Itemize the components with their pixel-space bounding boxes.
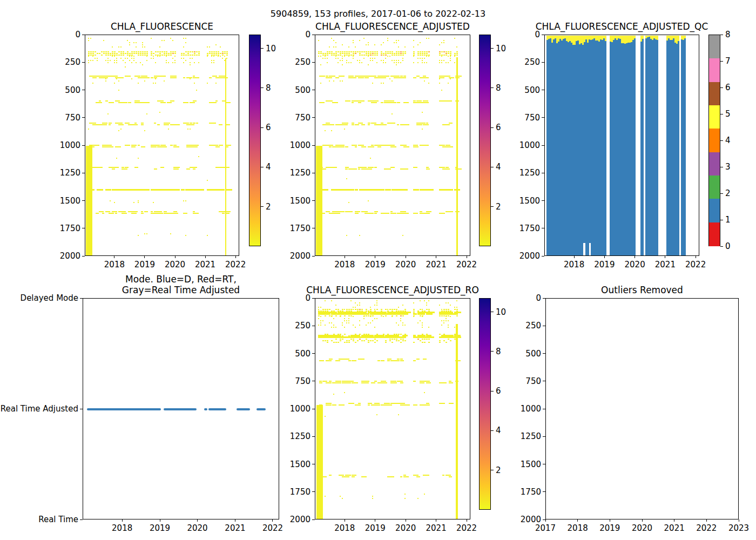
mark	[190, 55, 191, 56]
mark	[215, 83, 217, 84]
x-tick-label: 2018	[112, 523, 132, 533]
y-tick-mark	[312, 228, 315, 228]
mark	[428, 339, 430, 340]
mark	[226, 51, 228, 52]
mark	[417, 62, 418, 63]
mark	[368, 64, 369, 65]
x-tick-label: 2021	[655, 260, 676, 269]
mark	[112, 102, 114, 103]
mark	[392, 80, 393, 82]
mark	[170, 53, 172, 54]
mark	[426, 213, 430, 214]
mark	[392, 339, 393, 340]
mark	[400, 51, 402, 52]
mark	[376, 300, 377, 301]
mark	[331, 322, 332, 323]
mark	[366, 51, 367, 52]
mark	[370, 51, 372, 52]
x-tick-mark	[545, 519, 546, 522]
mark	[359, 55, 361, 56]
y-tick-mark	[80, 409, 83, 409]
x-tick-label: 2023	[728, 523, 749, 533]
colorbar-tick-mark	[261, 87, 264, 88]
mark	[92, 51, 94, 52]
mark	[327, 340, 328, 341]
y-tick-label: 1000	[224, 140, 310, 150]
mark	[368, 315, 369, 316]
mark	[333, 318, 334, 319]
mark	[112, 168, 115, 170]
mark	[190, 145, 193, 146]
mark	[398, 325, 399, 326]
mark	[443, 60, 444, 61]
mark	[396, 339, 397, 340]
mark	[423, 100, 428, 102]
mark	[142, 53, 144, 54]
mark	[326, 404, 332, 406]
mark	[383, 53, 384, 54]
mark	[211, 53, 213, 54]
y-tick-mark	[312, 409, 315, 409]
mark	[159, 51, 161, 52]
mark	[318, 318, 319, 319]
mark	[181, 55, 183, 56]
mark	[345, 476, 349, 477]
mark	[348, 315, 350, 316]
mark	[441, 320, 442, 321]
mark	[424, 339, 426, 340]
qc5-cap	[678, 36, 679, 41]
mark	[346, 340, 348, 341]
mark	[338, 58, 339, 59]
mark	[133, 42, 134, 43]
mark	[394, 42, 395, 43]
mark	[443, 340, 445, 341]
mark	[116, 158, 117, 159]
mark	[422, 327, 423, 328]
mark	[370, 316, 371, 317]
mark	[400, 381, 403, 382]
mark	[359, 53, 361, 54]
mark	[322, 55, 324, 56]
mark	[325, 53, 326, 54]
mark	[164, 55, 165, 56]
mark	[368, 123, 370, 124]
mark	[144, 55, 146, 56]
mark	[396, 315, 397, 316]
mark	[215, 51, 217, 52]
mark	[105, 55, 107, 56]
mark	[456, 55, 458, 56]
mark	[120, 58, 122, 59]
colorbar-tick-mark	[491, 48, 494, 49]
mark	[355, 146, 357, 147]
subplot-title-mode: Mode. Blue=D, Red=RT, Gray=Real Time Adj…	[122, 274, 240, 295]
mark	[138, 51, 139, 52]
y-tick-mark	[543, 353, 545, 354]
mark	[329, 100, 333, 102]
mark	[374, 339, 376, 340]
mark	[322, 340, 324, 341]
colorbar-segment	[709, 58, 720, 83]
mark	[329, 145, 333, 146]
mark	[368, 200, 369, 201]
mark	[155, 55, 157, 56]
mark	[331, 38, 332, 39]
mark	[359, 40, 360, 41]
mark	[326, 211, 330, 212]
mark	[420, 100, 422, 102]
mark	[332, 404, 336, 406]
mark	[442, 145, 445, 146]
mark	[96, 145, 99, 146]
mark	[185, 235, 186, 236]
mark	[426, 309, 428, 310]
mark	[92, 83, 93, 84]
mark	[390, 123, 395, 124]
mark	[426, 211, 431, 212]
mark	[402, 60, 403, 61]
mark	[213, 56, 214, 57]
mark	[413, 56, 414, 57]
mark	[397, 102, 400, 103]
mark	[120, 129, 122, 130]
mark	[426, 38, 427, 39]
mark	[387, 38, 388, 39]
mark	[125, 66, 126, 68]
